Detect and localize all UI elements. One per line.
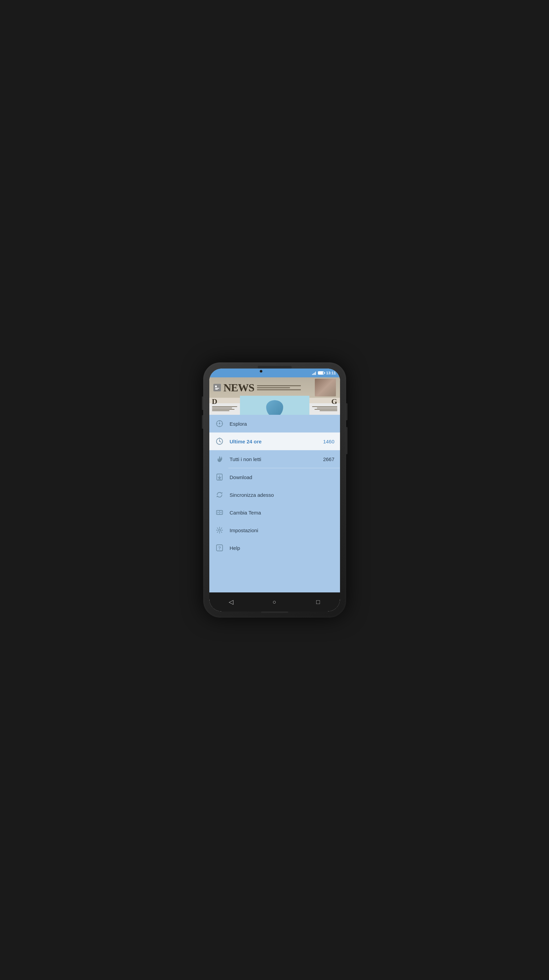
- news-col-right: G: [309, 396, 340, 415]
- phone-screen: 13:11 NEWS: [209, 369, 340, 611]
- menu-impostazioni-label: Impostazioni: [230, 527, 334, 533]
- home-indicator: [261, 611, 288, 613]
- menu-download-label: Download: [230, 474, 334, 480]
- compass-icon: [215, 419, 224, 428]
- menu-esplora-label: Esplora: [230, 421, 334, 427]
- svg-rect-1: [215, 388, 219, 388]
- menu-item-ultime24ore[interactable]: Ultime 24 ore 1460: [209, 433, 340, 450]
- news-title-area: NEWS: [209, 377, 340, 398]
- download-icon: [215, 472, 224, 482]
- menu-item-esplora[interactable]: Esplora: [209, 415, 340, 433]
- menu-item-tutti-non-letti[interactable]: Tutti i non letti 2667: [209, 450, 340, 468]
- menu-item-download[interactable]: Download: [209, 468, 340, 486]
- news-title: NEWS: [224, 382, 254, 393]
- home-icon: ○: [273, 598, 276, 606]
- speaker: [258, 366, 292, 369]
- home-button[interactable]: ○: [268, 595, 282, 609]
- menu-item-impostazioni[interactable]: Impostazioni: [209, 521, 340, 539]
- power-button: [346, 403, 347, 420]
- volume-down-button: [202, 415, 203, 429]
- sync-icon: [215, 490, 224, 500]
- status-icons: [312, 371, 324, 375]
- svg-rect-0: [215, 385, 217, 387]
- news-col-mid: [240, 396, 309, 415]
- svg-text:?: ?: [218, 546, 221, 550]
- svg-point-13: [219, 438, 220, 439]
- menu-tutti-non-letti-label: Tutti i non letti: [230, 456, 323, 462]
- flame-icon: [215, 454, 224, 464]
- news-header: NEWS: [209, 377, 340, 415]
- svg-point-19: [218, 529, 221, 531]
- menu-spacer: [209, 557, 340, 592]
- menu-ultime24ore-count: 1460: [323, 439, 334, 444]
- theme-icon: [215, 508, 224, 517]
- nav-bar: ◁ ○ □: [209, 592, 340, 611]
- volume-up-button: [202, 396, 203, 410]
- back-button[interactable]: ◁: [224, 595, 238, 609]
- status-time: 13:11: [326, 371, 336, 375]
- menu-item-help[interactable]: ? Help: [209, 539, 340, 557]
- news-right-letter: G: [312, 398, 337, 405]
- help-icon: ?: [215, 543, 224, 553]
- battery-icon: [318, 371, 324, 375]
- menu-tutti-non-letti-count: 2667: [323, 456, 334, 462]
- svg-line-12: [220, 441, 221, 442]
- news-content-area: D G: [209, 396, 340, 415]
- menu-container: Esplora Ultime 24 ore 1460: [209, 415, 340, 592]
- clock-icon: [215, 437, 224, 446]
- phone-frame: 13:11 NEWS: [203, 363, 346, 617]
- menu-help-label: Help: [230, 545, 334, 551]
- news-decorative-lines: [257, 385, 312, 390]
- news-left-letter: D: [212, 398, 237, 405]
- menu-cambia-tema-label: Cambia Tema: [230, 510, 334, 515]
- settings-icon: [215, 525, 224, 535]
- news-logo: [213, 384, 221, 391]
- camera: [260, 370, 263, 372]
- back-icon: ◁: [229, 598, 234, 606]
- menu-item-cambia-tema[interactable]: Cambia Tema: [209, 504, 340, 521]
- menu-item-sincronizza[interactable]: Sincronizza adesso: [209, 486, 340, 504]
- app-screen: 13:11 NEWS: [209, 369, 340, 611]
- news-col-left: D: [209, 396, 240, 415]
- menu-ultime24ore-label: Ultime 24 ore: [230, 439, 323, 444]
- news-shape: [266, 400, 283, 415]
- power-button-lower: [346, 427, 347, 454]
- recents-icon: □: [316, 598, 320, 606]
- signal-icon: [312, 371, 316, 375]
- header-thumbnail: [315, 379, 336, 396]
- status-bar: 13:11: [209, 369, 340, 377]
- menu-sincronizza-label: Sincronizza adesso: [230, 492, 334, 498]
- recents-button[interactable]: □: [312, 595, 325, 609]
- svg-rect-2: [215, 389, 218, 390]
